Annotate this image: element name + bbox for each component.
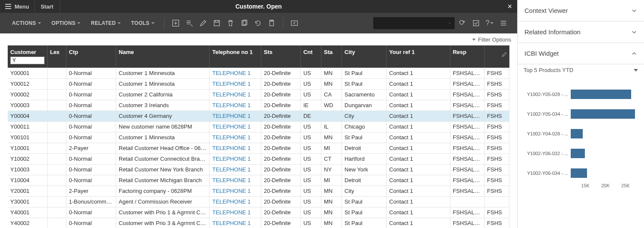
telephone-link[interactable]: TELEPHONE 1 <box>210 196 261 207</box>
col-ctp[interactable]: Ctp <box>66 45 116 68</box>
table-row[interactable]: Y100020-NormalRetail Customer Connecticu… <box>8 153 509 164</box>
help-button[interactable]: ? <box>484 17 496 29</box>
col-cnt[interactable]: Cnt <box>300 45 321 68</box>
menu-button[interactable]: Menu <box>0 0 35 13</box>
telephone-link[interactable]: TELEPHONE 1 <box>210 111 261 121</box>
edit-button[interactable] <box>197 17 209 29</box>
widget-selector[interactable]: Top 5 Products YTD <box>518 64 644 76</box>
telephone-link[interactable]: TELEPHONE 1 <box>210 100 261 111</box>
caret-icon <box>117 22 121 24</box>
table-row[interactable]: Y100012-PayerRetail Customer Head Office… <box>8 143 509 153</box>
table-row[interactable]: Y100040-NormalRetail Customer Michigan B… <box>8 175 509 186</box>
table-row[interactable]: Y000030-NormalCustomer 3 IrelandsTELEPHO… <box>8 100 509 111</box>
cell: FSHS <box>484 68 509 78</box>
cell: MN <box>321 218 342 228</box>
filter-options-link[interactable]: Filter Options <box>478 36 511 43</box>
col-edit[interactable] <box>484 45 509 68</box>
table-row[interactable]: Y000020-NormalCustomer 2 CaliforniaTELEP… <box>8 89 509 100</box>
telephone-link[interactable]: TELEPHONE 1 <box>210 78 261 89</box>
table-row[interactable]: Y000120-NormalCustomer 1 MinnesotaTELEPH… <box>8 78 509 89</box>
cell: US <box>300 68 321 78</box>
cell: MI <box>321 175 342 186</box>
col-city[interactable]: City <box>342 45 386 68</box>
select-button[interactable] <box>183 17 195 29</box>
table-row[interactable]: Y000040-NormalCustomer 4 GermanyTELEPHON… <box>8 111 509 121</box>
context-viewer-panel[interactable]: Context Viewer <box>518 0 644 21</box>
list-arrow-icon <box>186 19 193 27</box>
col-lex[interactable]: Lex <box>47 45 66 68</box>
cell: 0-Normal <box>66 207 116 218</box>
cell: Contact 1 <box>386 218 450 228</box>
expand-button[interactable] <box>288 17 300 29</box>
telephone-link[interactable]: TELEPHONE 1 <box>210 186 261 196</box>
title-bar: Menu Start Customer. Open × <box>0 0 517 13</box>
telephone-link[interactable]: TELEPHONE 1 <box>210 218 261 228</box>
chart-bar: Y1002-Y06-032 - ... <box>524 144 637 163</box>
table-row[interactable]: Y001010-NormalCustomer 1 MinnesotaTELEPH… <box>8 132 509 143</box>
save-button[interactable] <box>211 17 223 29</box>
table-row[interactable]: Y300011-Bonus/comm recdAgent / Commissio… <box>8 196 509 207</box>
options-dropdown[interactable]: OPTIONS <box>47 18 85 29</box>
col-sts[interactable]: Sts <box>261 45 300 68</box>
col-label: City <box>344 49 355 55</box>
cell: Customer with Prio 3 & Agrmnt Check <box>116 218 210 228</box>
cell: MN <box>321 186 342 196</box>
col-label: Name <box>119 49 134 55</box>
search-box[interactable] <box>373 17 455 29</box>
table-row[interactable]: Y100030-NormalRetail Customer New York B… <box>8 164 509 175</box>
search-star-icon <box>458 19 466 27</box>
table-row[interactable]: Y000110-NormalNew customer name 0628PMTE… <box>8 121 509 132</box>
col-tel[interactable]: Telephone no 1 <box>210 45 261 68</box>
cell: St Paul <box>342 196 386 207</box>
col-label: Customer <box>10 49 45 55</box>
cell: 20-Definite <box>261 196 300 207</box>
telephone-link[interactable]: TELEPHONE 1 <box>210 153 261 164</box>
telephone-link[interactable]: TELEPHONE 1 <box>210 164 261 175</box>
clipboard-button[interactable] <box>266 17 278 29</box>
actions-dropdown[interactable]: ACTIONS <box>8 18 45 29</box>
customer-filter-input[interactable] <box>10 57 45 64</box>
cell: 0-Normal <box>66 164 116 175</box>
related-info-panel[interactable]: Related Information <box>518 21 644 43</box>
table-row[interactable]: Y200012-PayerFactoring company - 0628PMT… <box>8 186 509 196</box>
refresh-icon <box>254 19 262 27</box>
col-ref[interactable]: Your ref 1 <box>386 45 450 68</box>
related-dropdown[interactable]: RELATED <box>87 18 125 29</box>
col-name[interactable]: Name <box>116 45 210 68</box>
table-row[interactable]: Y000010-NormalCustomer 1 MinnesotaTELEPH… <box>8 68 509 78</box>
cell: FSHS <box>484 111 509 121</box>
table-row[interactable]: Y400010-NormalCustomer with Prio 1 & Agr… <box>8 207 509 218</box>
close-button[interactable]: × <box>502 2 517 11</box>
cell <box>47 175 66 186</box>
telephone-link[interactable]: TELEPHONE 1 <box>210 175 261 186</box>
cell: Y10004 <box>8 175 47 186</box>
tools-dropdown[interactable]: TOOLS <box>127 18 159 29</box>
col-sta[interactable]: Sta <box>321 45 342 68</box>
more-button[interactable] <box>497 17 509 29</box>
table-row[interactable]: Y400020-NormalCustomer with Prio 3 & Agr… <box>8 218 509 228</box>
cell: 0-Normal <box>66 175 116 186</box>
cell: New York <box>342 164 386 175</box>
start-button[interactable]: Start <box>35 0 60 13</box>
bookmark-button[interactable] <box>456 17 468 29</box>
delete-button[interactable] <box>225 17 237 29</box>
telephone-link[interactable]: TELEPHONE 1 <box>210 132 261 143</box>
telephone-link[interactable]: TELEPHONE 1 <box>210 68 261 78</box>
telephone-link[interactable]: TELEPHONE 1 <box>210 121 261 132</box>
telephone-link[interactable]: TELEPHONE 1 <box>210 207 261 218</box>
menu-label: Menu <box>15 3 29 10</box>
search-input[interactable] <box>377 20 449 27</box>
telephone-link[interactable]: TELEPHONE 1 <box>210 143 261 153</box>
hamburger-icon <box>500 19 507 27</box>
col-resp[interactable]: Resp <box>450 45 484 68</box>
col-customer[interactable]: Customer <box>8 45 47 68</box>
note-button[interactable] <box>470 17 482 29</box>
refresh-button[interactable] <box>252 17 264 29</box>
new-button[interactable] <box>170 17 182 29</box>
telephone-link[interactable]: TELEPHONE 1 <box>210 89 261 100</box>
cell: Detroit <box>342 143 386 153</box>
cell: FSHSALES <box>450 89 484 100</box>
copy-button[interactable] <box>238 17 250 29</box>
icbi-widget-panel[interactable]: ICBI Widget <box>518 43 644 64</box>
cell: FSHSALES <box>450 175 484 186</box>
